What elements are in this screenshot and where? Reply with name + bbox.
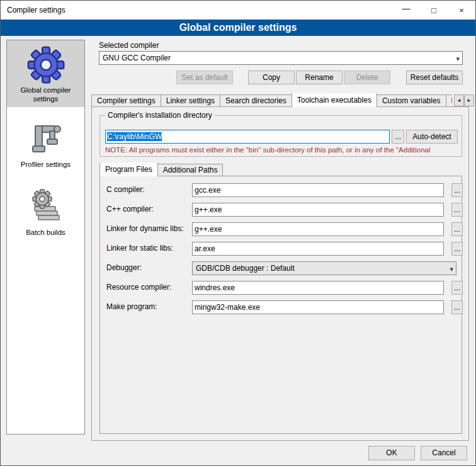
field-row-static-linker: Linker for static libs: ... [106,242,455,256]
title-bar: Compiler settings — □ × [1,1,475,20]
set-as-default-button[interactable]: Set as default [176,71,233,84]
cancel-button[interactable]: Cancel [421,446,467,460]
make-program-label: Make program: [106,302,157,311]
resource-compiler-browse-button[interactable]: ... [451,281,463,295]
maximize-icon: □ [431,6,436,15]
tab-search-directories[interactable]: Search directories [220,94,292,107]
window-controls: — □ × [392,1,475,20]
static-linker-input[interactable] [192,242,444,256]
close-icon: × [459,6,464,15]
tab-additional-paths[interactable]: Additional Paths [157,164,224,176]
dynamic-linker-input[interactable] [192,222,444,236]
field-row-c-compiler: C compiler: ... [106,183,455,197]
make-program-input[interactable] [192,300,444,314]
field-row-cpp-compiler: C++ compiler: ... [106,203,455,217]
window-title: Compiler settings [1,6,65,14]
tab-scroll-right-icon[interactable]: ► [464,94,474,106]
settings-sidebar: Global compiler settings Profiler settin… [6,40,85,435]
close-button[interactable]: × [448,1,475,20]
tab-program-files[interactable]: Program Files [99,162,158,176]
field-row-dynamic-linker: Linker for dynamic libs: ... [106,222,455,236]
resource-compiler-input[interactable] [192,281,444,295]
sidebar-item-profiler-settings[interactable]: Profiler settings [7,115,84,173]
rename-button[interactable]: Rename [296,71,343,84]
minimize-icon: — [402,4,411,13]
tab-scroll-left-icon[interactable]: ◄ [454,94,464,106]
sidebar-item-batch-builds[interactable]: Batch builds [7,183,84,241]
resource-compiler-label: Resource compiler: [106,283,171,292]
installation-directory-group: Compiler's installation directory C:\ray… [99,115,462,157]
copy-button[interactable]: Copy [248,71,295,84]
dynamic-linker-browse-button[interactable]: ... [451,222,463,236]
cpp-compiler-label: C++ compiler: [106,205,154,213]
installation-directory-browse-button[interactable]: ... [392,130,404,144]
ok-button[interactable]: OK [368,446,415,460]
sidebar-item-label: Batch builds [7,228,84,237]
program-tab-strip: Program Files Additional Paths [99,162,462,176]
tab-linker-settings[interactable]: Linker settings [161,94,220,107]
debugger-value: GDB/CDB debugger : Default [196,264,295,273]
program-files-panel: C compiler: ... C++ compiler: ... Linker… [99,176,462,434]
profiler-tool-icon [7,118,84,160]
installation-directory-value: C:\raylib\MinGW [107,132,162,141]
static-linker-label: Linker for static libs: [106,244,173,253]
tab-custom-variables[interactable]: Custom variables [377,94,446,107]
delete-button[interactable]: Delete [344,71,390,84]
auto-detect-button[interactable]: Auto-detect [406,130,458,144]
maximize-button[interactable]: □ [420,1,448,20]
page-title: Global compiler settings [1,20,475,36]
gear-icon [7,44,84,86]
sidebar-item-label: Profiler settings [7,160,84,169]
installation-directory-group-label: Compiler's installation directory [105,111,215,120]
selected-compiler-dropdown[interactable]: GNU GCC Compiler ▾ [99,51,463,65]
cpp-compiler-browse-button[interactable]: ... [451,203,463,217]
chevron-down-icon: ▾ [450,263,453,275]
minimize-button[interactable]: — [392,1,420,20]
static-linker-browse-button[interactable]: ... [451,242,463,256]
reset-defaults-button[interactable]: Reset defaults [406,71,463,84]
c-compiler-label: C compiler: [106,185,145,194]
c-compiler-browse-button[interactable]: ... [451,183,463,197]
sidebar-item-global-compiler-settings[interactable]: Global compiler settings [7,40,84,107]
debugger-label: Debugger: [106,263,142,272]
sidebar-item-label: Global compiler settings [7,86,84,103]
cpp-compiler-input[interactable] [192,203,444,217]
tab-build-options[interactable]: Build options [446,94,452,107]
field-row-debugger: Debugger: GDB/CDB debugger : Default ▾ [106,261,455,275]
selected-compiler-value: GNU GCC Compiler [103,54,171,62]
c-compiler-input[interactable] [192,183,444,197]
debugger-dropdown[interactable]: GDB/CDB debugger : Default ▾ [192,261,456,275]
gear-stack-icon [7,186,84,228]
field-row-make-program: Make program: ... [106,300,455,314]
chevron-down-icon: ▾ [456,52,460,65]
tab-toolchain-executables[interactable]: Toolchain executables [292,93,377,107]
toolchain-panel: Compiler's installation directory C:\ray… [91,106,469,441]
dynamic-linker-label: Linker for dynamic libs: [106,224,184,233]
settings-tab-strip: Compiler settings Linker settings Search… [91,93,452,107]
selected-compiler-label: Selected compiler [99,41,159,50]
make-program-browse-button[interactable]: ... [451,300,463,314]
field-row-resource-compiler: Resource compiler: ... [106,281,455,295]
installation-directory-input[interactable]: C:\raylib\MinGW [105,130,390,144]
tab-compiler-settings[interactable]: Compiler settings [91,94,161,107]
bin-subdirectory-note: NOTE: All programs must exist either in … [105,146,459,154]
